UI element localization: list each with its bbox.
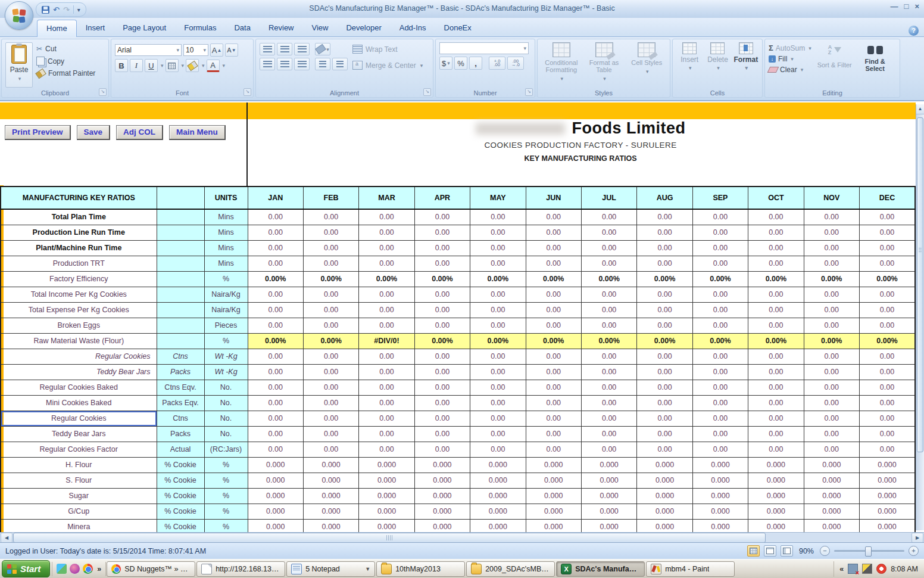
cell[interactable]: 0.00 — [804, 411, 859, 426]
tab-data[interactable]: Data — [225, 20, 259, 36]
cell[interactable]: 0.00 — [637, 349, 692, 364]
row-label[interactable]: S. Flour — [1, 473, 157, 488]
cell[interactable]: 0.00 — [248, 442, 303, 457]
align-middle-button[interactable] — [277, 43, 292, 55]
decrease-decimal-button[interactable]: .00→.0 — [507, 57, 524, 70]
cell[interactable]: 0.00 — [248, 240, 303, 256]
cell[interactable]: 0.00 — [748, 302, 804, 318]
underline-button[interactable]: U — [145, 59, 158, 72]
cell[interactable]: 0.00 — [859, 442, 915, 457]
cell[interactable]: 0.00 — [637, 426, 692, 442]
customize-qat-icon[interactable]: ▾ — [77, 7, 80, 13]
tab-doneex[interactable]: DoneEx — [435, 20, 480, 36]
cell[interactable]: 0.00 — [804, 318, 859, 333]
cell[interactable]: 0.00 — [526, 395, 581, 411]
cell[interactable]: 0.00 — [414, 287, 470, 302]
taskbar-task-mbm4-paint[interactable]: mbm4 - Paint — [646, 561, 735, 577]
cell[interactable]: 0.00 — [470, 302, 526, 318]
cell[interactable]: 0.00% — [748, 333, 804, 349]
tab-review[interactable]: Review — [260, 20, 303, 36]
cell[interactable]: 0.000 — [581, 488, 636, 504]
cell[interactable]: 0.00 — [470, 411, 526, 426]
cell[interactable]: 0.00 — [303, 442, 358, 457]
row-units[interactable]: % — [204, 457, 248, 473]
cell[interactable]: 0.00 — [303, 318, 358, 333]
cell[interactable]: 0.00 — [637, 209, 692, 225]
cell[interactable]: 0.00 — [470, 395, 526, 411]
cell[interactable]: 0.00 — [248, 256, 303, 271]
cell[interactable]: 0.00 — [414, 364, 470, 380]
cell[interactable]: 0.00 — [303, 380, 358, 395]
cell[interactable]: 0.00 — [581, 256, 636, 271]
cell[interactable]: 0.00 — [526, 240, 581, 256]
cell[interactable]: 0.000 — [248, 457, 303, 473]
taskbar-task-2009-sdac-smbm-2[interactable]: 2009_SDAc'sMBM_2... — [466, 561, 555, 577]
row-label[interactable]: Factory Efficiency — [1, 271, 157, 287]
cell[interactable]: 0.000 — [526, 519, 581, 532]
cell[interactable]: 0.00 — [748, 411, 804, 426]
format-as-table-button[interactable]: Format as Table ▾ — [584, 42, 625, 88]
minimize-button[interactable]: — — [891, 2, 898, 11]
col-header-may[interactable]: MAY — [470, 187, 526, 209]
row-col2[interactable]: % Cookie — [157, 504, 204, 519]
row-col2[interactable]: Ctns — [157, 411, 204, 426]
cell[interactable]: 0.000 — [692, 519, 748, 532]
cell[interactable]: 0.00 — [414, 426, 470, 442]
cell[interactable]: 0.00 — [692, 395, 748, 411]
cell[interactable]: 0.00 — [748, 318, 804, 333]
cell[interactable]: 0.00 — [526, 209, 581, 225]
taskbar-task-sd-nuggets-no[interactable]: SD Nuggets™ » No.... — [107, 561, 195, 577]
cell[interactable]: 0.00 — [748, 256, 804, 271]
browser-icon[interactable] — [83, 564, 93, 574]
cell[interactable]: 0.00 — [637, 240, 692, 256]
row-units[interactable]: No. — [204, 395, 248, 411]
col-header-blank[interactable] — [157, 187, 204, 209]
cell[interactable]: 0.00% — [526, 333, 581, 349]
chevron-down-icon[interactable]: ▼ — [365, 566, 370, 572]
cell[interactable]: 0.00 — [637, 225, 692, 240]
row-units[interactable]: Naira/Kg — [204, 287, 248, 302]
align-top-button[interactable] — [260, 43, 275, 55]
cell[interactable]: 0.000 — [248, 473, 303, 488]
tab-home[interactable]: Home — [37, 20, 77, 37]
cell[interactable]: 0.00 — [303, 287, 358, 302]
cell[interactable]: 0.00 — [692, 256, 748, 271]
row-units[interactable]: % — [204, 271, 248, 287]
cell[interactable]: 0.00 — [581, 302, 636, 318]
cell[interactable]: 0.000 — [303, 504, 358, 519]
row-units[interactable]: Wt -Kg — [204, 349, 248, 364]
row-label[interactable]: Regular Cookies Factor — [1, 442, 157, 457]
cell[interactable]: 0.000 — [470, 504, 526, 519]
cell[interactable]: 0.00 — [359, 364, 414, 380]
cell[interactable]: 0.00 — [637, 302, 692, 318]
row-col2[interactable] — [157, 225, 204, 240]
cell[interactable]: 0.00 — [470, 209, 526, 225]
cell[interactable]: 0.00 — [581, 380, 636, 395]
zoom-out-button[interactable]: − — [820, 546, 830, 556]
clock[interactable]: 8:08 AM — [891, 565, 918, 573]
row-units[interactable]: Naira/Kg — [204, 302, 248, 318]
row-label[interactable]: Raw Material Waste (Flour) — [1, 333, 157, 349]
adj-col-button[interactable]: Adj COL — [116, 125, 163, 140]
cell[interactable]: 0.00 — [359, 225, 414, 240]
cell[interactable]: 0.00% — [248, 271, 303, 287]
row-col2[interactable]: Packs Eqv. — [157, 395, 204, 411]
cell[interactable]: 0.00 — [526, 349, 581, 364]
cell[interactable]: 0.00% — [804, 333, 859, 349]
cell[interactable]: 0.00 — [692, 426, 748, 442]
cell[interactable]: 0.00% — [470, 271, 526, 287]
cell[interactable]: 0.00 — [859, 426, 915, 442]
taskbar-task-10thmay2013[interactable]: 10thMay2013 — [376, 561, 465, 577]
cell[interactable]: 0.00 — [859, 395, 915, 411]
cell[interactable]: 0.00 — [637, 411, 692, 426]
tab-add-ins[interactable]: Add-Ins — [391, 20, 435, 36]
page-break-view-button[interactable] — [781, 545, 793, 557]
cell[interactable]: 0.00 — [748, 240, 804, 256]
cell[interactable]: 0.00 — [692, 411, 748, 426]
clipboard-dialog-launcher-icon[interactable]: ↘ — [99, 88, 107, 96]
cell[interactable]: 0.000 — [692, 457, 748, 473]
cell[interactable]: 0.00 — [692, 364, 748, 380]
cell[interactable]: 0.000 — [359, 488, 414, 504]
row-label[interactable]: Regular Cookies — [1, 411, 157, 426]
row-col2[interactable]: Actual — [157, 442, 204, 457]
